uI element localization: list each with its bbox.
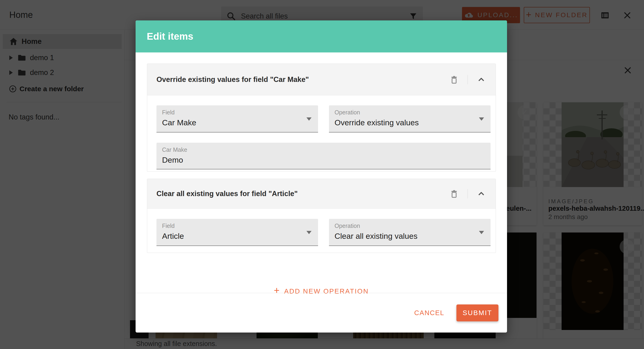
dropdown-arrow-icon xyxy=(479,231,484,234)
delete-operation-button[interactable] xyxy=(449,189,459,199)
operation-actions xyxy=(449,64,486,95)
operation-card-header: Clear all existing values for field "Art… xyxy=(147,179,496,209)
field-select[interactable]: Field Article xyxy=(156,219,318,246)
dropdown-arrow-icon xyxy=(306,117,312,121)
dialog-footer: CANCEL SUBMIT xyxy=(136,293,507,333)
operation-select-label: Operation xyxy=(334,109,360,116)
chevron-up-icon xyxy=(476,75,486,84)
field-select[interactable]: Field Car Make xyxy=(156,105,318,132)
submit-button[interactable]: SUBMIT xyxy=(456,305,498,321)
operation-title: Override existing values for field "Car … xyxy=(156,75,309,84)
operation-select[interactable]: Operation Clear all existing values xyxy=(329,219,490,246)
operation-select-value: Override existing values xyxy=(334,118,419,127)
field-select-label: Field xyxy=(162,223,174,229)
chevron-up-icon xyxy=(476,189,486,199)
dialog-title: Edit items xyxy=(147,31,194,42)
dialog-header: Edit items xyxy=(136,20,507,52)
operation-card-header: Override existing values for field "Car … xyxy=(147,64,496,95)
operation-actions xyxy=(449,179,486,208)
operation-title: Clear all existing values for field "Art… xyxy=(156,190,298,198)
edit-items-dialog: Edit items Override existing values for … xyxy=(136,20,507,333)
value-input-value: Demo xyxy=(162,155,183,165)
operation-select[interactable]: Operation Override existing values xyxy=(329,105,490,132)
cancel-button[interactable]: CANCEL xyxy=(414,309,444,317)
operation-card: Clear all existing values for field "Art… xyxy=(147,179,496,253)
field-select-label: Field xyxy=(162,109,174,116)
trash-icon xyxy=(449,75,459,84)
operation-card: Override existing values for field "Car … xyxy=(147,64,496,172)
field-select-value: Car Make xyxy=(162,118,196,127)
collapse-operation-button[interactable] xyxy=(476,189,486,199)
value-input-label: Car Make xyxy=(162,146,187,153)
operation-select-label: Operation xyxy=(334,223,360,229)
value-input[interactable]: Car Make Demo xyxy=(156,143,490,169)
dropdown-arrow-icon xyxy=(479,117,484,121)
divider xyxy=(468,75,468,84)
divider xyxy=(468,189,468,198)
app-screen: Home UPLOAD... + NEW FOLDER xyxy=(0,0,644,349)
delete-operation-button[interactable] xyxy=(449,74,459,85)
collapse-operation-button[interactable] xyxy=(476,74,486,85)
trash-icon xyxy=(449,189,459,199)
dropdown-arrow-icon xyxy=(306,231,312,234)
operation-select-value: Clear all existing values xyxy=(334,232,418,241)
field-select-value: Article xyxy=(162,232,184,241)
